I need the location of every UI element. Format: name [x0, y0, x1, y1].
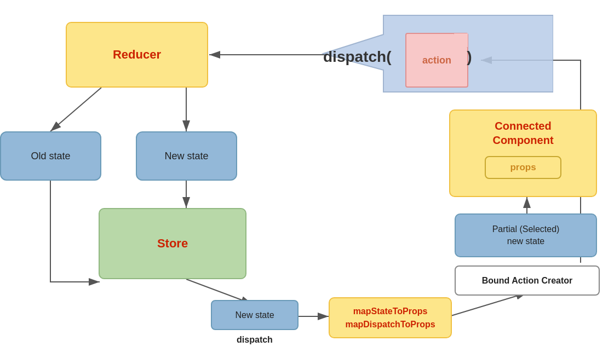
reducer-box: Reducer	[66, 22, 208, 88]
partial-state-label: Partial (Selected)new state	[492, 223, 560, 248]
old-state-box: Old state	[0, 131, 101, 181]
store-label: Store	[157, 236, 188, 251]
new-state-top-box: New state	[136, 131, 237, 181]
new-state-top-label: New state	[164, 151, 208, 162]
diagram: dispatch( ) action Reducer Old state New…	[0, 0, 614, 364]
props-box: props	[485, 156, 561, 179]
svg-line-7	[449, 293, 527, 316]
svg-line-2	[50, 88, 101, 131]
new-state-bottom-label: New state	[235, 310, 274, 320]
new-state-bottom-box: New state	[211, 300, 299, 330]
old-state-label: Old state	[31, 151, 70, 162]
dispatch-label: dispatch( )	[323, 48, 472, 66]
props-label: props	[510, 162, 536, 173]
connected-component-box: ConnectedComponent props	[449, 109, 597, 197]
dispatch-text-open: dispatch(	[323, 48, 391, 65]
map-state-box: mapStateToProps mapDispatchToProps	[329, 297, 452, 338]
bound-action-box: Bound Action Creator	[455, 265, 600, 296]
map-state-line2: mapDispatchToProps	[345, 318, 435, 331]
partial-state-box: Partial (Selected)new state	[455, 213, 597, 257]
bound-action-label: Bound Action Creator	[482, 276, 573, 286]
dispatch-sub-label: dispatch	[237, 335, 273, 345]
connected-component-label: ConnectedComponent	[492, 119, 553, 147]
reducer-label: Reducer	[113, 48, 161, 62]
dispatch-sub-box: dispatch	[214, 331, 296, 349]
store-box: Store	[99, 208, 246, 279]
dispatch-text-close: )	[467, 48, 472, 65]
map-state-line1: mapStateToProps	[353, 305, 428, 318]
